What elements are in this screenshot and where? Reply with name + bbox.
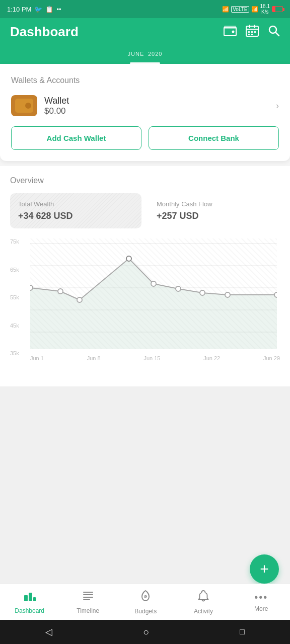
x-label-jun22: Jun 22 [203,355,220,361]
speed-label: 18.1K/s [260,4,270,15]
line-chart [30,238,277,349]
nav-more[interactable]: ••• More [241,589,281,615]
status-left: 1:10 PM 🐦 📋 •• [7,6,61,13]
month-text: JUNE [128,51,144,57]
dots-icon: •• [56,6,61,13]
svg-rect-7 [248,31,250,33]
svg-point-27 [200,290,205,295]
overview-cards: Total Wealth +34 628 USD Monthly Cash Fl… [10,193,280,228]
wallet-row[interactable]: Wallet $0.00 › [11,95,279,116]
wallet-info: Wallet $0.00 [44,96,269,116]
home-button[interactable]: ○ [133,622,159,642]
activity-nav-icon [198,590,209,606]
nav-dashboard-label: Dashboard [15,607,44,614]
volte-badge: VoLTE [231,6,249,13]
timeline-nav-icon [82,590,94,605]
svg-point-22 [58,289,63,294]
svg-text:$: $ [144,595,147,599]
nav-activity-label: Activity [194,608,213,615]
overview-section: Overview Total Wealth +34 628 USD Monthl… [0,166,290,386]
status-right: 📶 VoLTE 📶 18.1K/s [222,4,283,15]
svg-rect-32 [33,597,36,601]
svg-rect-8 [251,31,253,33]
dashboard-nav-icon [23,590,36,605]
total-wealth-card: Total Wealth +34 628 USD [10,193,141,228]
overview-title: Overview [10,176,280,185]
svg-point-29 [274,292,277,297]
search-icon[interactable] [268,25,280,40]
svg-point-12 [269,26,276,33]
wallet-amount: $0.00 [44,106,269,116]
svg-point-24 [126,256,131,261]
x-label-jun29: Jun 29 [263,355,280,361]
nav-budgets[interactable]: $ Budgets [125,587,166,618]
svg-rect-35 [83,597,93,598]
svg-point-25 [151,281,156,286]
chart-area: 75k 65k 55k 45k 35k [10,233,280,381]
y-label-65k: 65k [10,267,19,273]
svg-point-28 [225,292,230,297]
nav-more-label: More [254,605,268,612]
month-label: JUNE 2020 [10,50,280,62]
nav-timeline[interactable]: Timeline [68,587,108,617]
total-wealth-value: +34 628 USD [18,211,133,221]
battery-icon [272,6,283,12]
wallets-card: Wallets & Accounts Wallet $0.00 › Add Ca… [0,64,290,161]
pocket-icon: 📋 [45,6,53,13]
svg-line-13 [276,33,279,36]
recents-button[interactable]: □ [230,623,255,640]
chart-y-labels: 75k 65k 55k 45k 35k [10,233,19,361]
fab-button[interactable]: + [250,554,279,584]
add-cash-wallet-button[interactable]: Add Cash Wallet [11,126,141,150]
svg-rect-34 [83,594,93,595]
signal-icon: 📶 [222,6,229,13]
signal2-icon: 📶 [251,6,258,13]
wallet-icon-wrap [11,95,37,116]
calendar-icon[interactable] [246,25,259,40]
total-wealth-label: Total Wealth [18,200,133,208]
header: Dashboard [0,18,290,64]
wallet-visual-icon [15,99,33,113]
svg-rect-10 [248,34,250,35]
budgets-nav-icon: $ [139,590,152,606]
y-label-45k: 45k [10,323,19,329]
wallet-actions: Add Cash Wallet Connect Bank [11,126,279,150]
svg-rect-33 [83,592,93,593]
status-bar: 1:10 PM 🐦 📋 •• 📶 VoLTE 📶 18.1K/s [0,0,290,18]
svg-rect-9 [254,31,256,33]
nav-dashboard[interactable]: Dashboard [9,587,50,617]
fab-plus-icon: + [260,560,269,578]
svg-point-2 [232,30,235,33]
svg-rect-1 [224,26,236,29]
svg-point-23 [77,297,82,302]
time: 1:10 PM [7,6,31,13]
connect-bank-button[interactable]: Connect Bank [149,126,279,150]
x-label-jun8: Jun 8 [87,355,101,361]
wallet-name: Wallet [44,96,269,106]
nav-activity[interactable]: Activity [183,587,224,618]
more-nav-icon: ••• [254,592,268,603]
y-label-55k: 55k [10,294,19,300]
x-label-jun15: Jun 15 [143,355,160,361]
back-button[interactable]: ◁ [35,622,62,641]
header-icons [224,25,280,40]
svg-point-21 [30,285,33,290]
cash-flow-label: Monthly Cash Flow [157,200,272,208]
chart-svg-wrap [30,238,280,351]
system-nav: ◁ ○ □ [0,620,290,644]
svg-point-26 [176,286,181,291]
page-title: Dashboard [10,24,79,40]
year-text: 2020 [148,51,162,57]
twitter-icon: 🐦 [34,6,42,13]
svg-rect-11 [251,34,253,35]
wallet-icon[interactable] [224,25,237,39]
bottom-nav: Dashboard Timeline $ Budgets [0,584,290,620]
cash-flow-card: Monthly Cash Flow +257 USD [149,193,280,228]
wallets-title: Wallets & Accounts [11,76,279,85]
header-top: Dashboard [10,24,280,40]
svg-rect-31 [29,593,32,601]
y-label-35k: 35k [10,350,19,356]
cash-flow-value: +257 USD [157,211,272,221]
x-label-jun1: Jun 1 [30,355,44,361]
svg-rect-36 [83,599,90,600]
